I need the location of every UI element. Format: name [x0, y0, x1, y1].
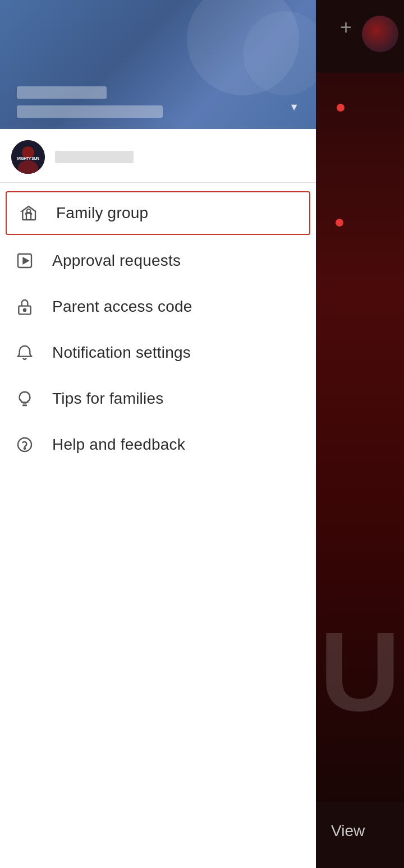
- svg-point-8: [24, 309, 26, 311]
- help-circle-icon: [14, 434, 35, 455]
- add-icon[interactable]: +: [340, 16, 352, 39]
- menu-item-family-group[interactable]: Family group: [6, 191, 310, 235]
- menu-label-family-group: Family group: [56, 204, 148, 222]
- menu-list: Family group Approval requests Parent: [0, 183, 316, 473]
- header-title-bar: [17, 86, 107, 99]
- menu-item-notification-settings[interactable]: Notification settings: [0, 330, 316, 376]
- menu-label-tips-for-families: Tips for families: [52, 390, 163, 408]
- menu-item-help-and-feedback[interactable]: Help and feedback: [0, 422, 316, 468]
- home-icon: [18, 202, 39, 224]
- view-button[interactable]: View: [331, 822, 365, 840]
- background-letter: U: [316, 588, 404, 756]
- svg-text:MIGHTY SUN: MIGHTY SUN: [17, 156, 39, 160]
- lightbulb-icon: [14, 388, 35, 409]
- svg-marker-6: [23, 258, 28, 264]
- menu-label-parent-access-code: Parent access code: [52, 298, 192, 316]
- menu-label-approval-requests: Approval requests: [52, 252, 181, 270]
- navigation-drawer: ▼ MIGHTY SUN: [0, 0, 316, 868]
- notification-dot: [337, 104, 345, 112]
- top-avatar[interactable]: [362, 16, 398, 52]
- menu-label-help-and-feedback: Help and feedback: [52, 436, 185, 454]
- menu-item-approval-requests[interactable]: Approval requests: [0, 238, 316, 284]
- menu-label-notification-settings: Notification settings: [52, 344, 191, 362]
- lock-icon: [14, 296, 35, 317]
- profile-section: MIGHTY SUN: [0, 129, 316, 183]
- svg-point-12: [24, 448, 25, 449]
- username-bar: [55, 151, 134, 163]
- notification-dot-2: [336, 219, 343, 227]
- chevron-down-icon[interactable]: ▼: [289, 101, 299, 113]
- menu-item-parent-access-code[interactable]: Parent access code: [0, 284, 316, 330]
- avatar-image: MIGHTY SUN: [11, 140, 45, 174]
- drawer-header: ▼: [0, 0, 316, 129]
- play-box-icon: [14, 250, 35, 271]
- bell-icon: [14, 342, 35, 363]
- header-subtitle-bar: [17, 105, 163, 118]
- avatar[interactable]: MIGHTY SUN: [11, 140, 45, 174]
- menu-item-tips-for-families[interactable]: Tips for families: [0, 376, 316, 422]
- top-right-icons: +: [311, 10, 404, 66]
